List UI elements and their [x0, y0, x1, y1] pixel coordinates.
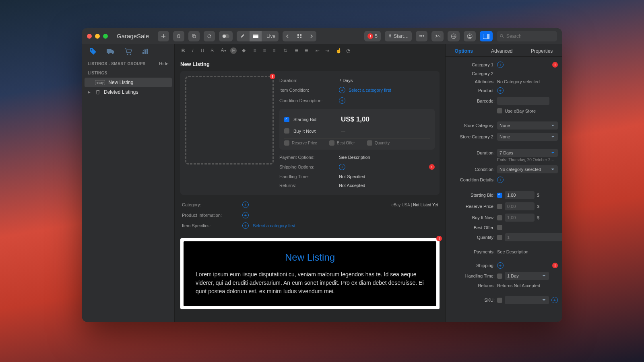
mode-segment[interactable]: Live: [237, 31, 279, 41]
store-cat-select[interactable]: None: [497, 121, 558, 130]
tab-options[interactable]: Options: [455, 48, 473, 54]
nav-back[interactable]: [283, 31, 292, 41]
minimize-window[interactable]: [95, 34, 100, 39]
starting-bid-input[interactable]: [505, 191, 535, 199]
globe-button[interactable]: [448, 31, 460, 41]
barcode-input[interactable]: [497, 97, 549, 105]
best-offer-checkbox[interactable]: [329, 140, 334, 146]
search-input[interactable]: [506, 33, 554, 39]
italic-button[interactable]: I: [190, 48, 196, 53]
duration-select[interactable]: 7 Days: [497, 149, 558, 157]
preview-mode[interactable]: [250, 31, 262, 41]
color-button[interactable]: ◆: [241, 47, 246, 54]
truck-icon[interactable]: [106, 48, 115, 55]
tab-advanced[interactable]: Advanced: [491, 48, 512, 54]
new-listing-button[interactable]: [158, 31, 169, 41]
nav-grid[interactable]: [294, 31, 305, 41]
line-height-button[interactable]: ⇅: [283, 48, 288, 53]
disclosure-icon[interactable]: ▶: [88, 90, 92, 94]
delete-button[interactable]: [173, 31, 184, 41]
sidebar-item-new-listing[interactable]: ebay New Listing: [85, 78, 172, 87]
image-button[interactable]: [431, 31, 444, 41]
outdent-button[interactable]: ⇤: [315, 48, 320, 53]
add-product-info-button[interactable]: +: [242, 212, 249, 218]
description-preview[interactable]: New Listing Lorem ipsum eum iisque dispu…: [184, 241, 436, 306]
add-product-button[interactable]: +: [497, 87, 504, 94]
insp-shipping-error-icon[interactable]: !: [552, 263, 558, 268]
refresh-button[interactable]: [204, 31, 215, 41]
align-center-button[interactable]: ≡: [262, 48, 267, 53]
nav-forward[interactable]: [307, 31, 316, 41]
list-ordered-button[interactable]: ≣: [294, 48, 299, 53]
report-icon[interactable]: [142, 48, 150, 55]
tab-properties[interactable]: Properties: [531, 48, 553, 54]
strike-button[interactable]: S: [209, 48, 215, 53]
inspector-toggle[interactable]: [480, 31, 493, 41]
live-mode[interactable]: Live: [263, 31, 279, 41]
add-item-specifics-button[interactable]: +: [242, 222, 249, 229]
edit-mode[interactable]: [237, 31, 248, 41]
clock-button[interactable]: ◔: [345, 48, 351, 53]
quantity-input[interactable]: [505, 233, 562, 241]
sidebar-item-deleted[interactable]: ▶ Deleted Listings: [82, 87, 174, 97]
insp-handling-checkbox[interactable]: [497, 274, 502, 279]
add-category-button[interactable]: +: [242, 202, 249, 208]
store-cat2-select[interactable]: None: [497, 133, 558, 141]
item-specifics-link[interactable]: Select a category first: [253, 223, 295, 228]
indent-button[interactable]: ⇥: [324, 48, 330, 53]
more-button[interactable]: •••: [416, 31, 427, 41]
image-dropzone[interactable]: [185, 76, 274, 165]
condition-select[interactable]: No category selected: [497, 165, 558, 173]
condition-link[interactable]: Select a category first: [349, 88, 391, 93]
font-family-button[interactable]: F: [230, 47, 237, 54]
bold-button[interactable]: B: [180, 48, 186, 53]
start-button[interactable]: Start…: [385, 31, 412, 41]
shipping-error-icon[interactable]: !: [429, 164, 435, 170]
sku-select[interactable]: [505, 296, 549, 304]
starting-bid-value[interactable]: US$ 1,00: [341, 115, 369, 123]
editor-scroll[interactable]: ! Duration:7 Days Item Condition:+Select…: [175, 71, 445, 322]
search-field[interactable]: [497, 31, 557, 41]
underline-button[interactable]: U: [200, 48, 205, 53]
pointer-button[interactable]: ☝: [336, 48, 341, 53]
category1-error-icon[interactable]: !: [552, 62, 558, 68]
insp-add-shipping-button[interactable]: +: [497, 262, 504, 269]
zoom-window[interactable]: [103, 34, 108, 39]
error-badge-icon[interactable]: !: [270, 74, 275, 79]
insp-starting-bid-checkbox[interactable]: [497, 193, 502, 198]
align-left-button[interactable]: ≡: [252, 48, 258, 53]
nav-segment[interactable]: [283, 31, 316, 41]
use-store-checkbox[interactable]: [497, 108, 502, 113]
add-sku-button[interactable]: +: [551, 297, 558, 303]
alerts-button[interactable]: ! 5: [364, 31, 381, 41]
bin-input[interactable]: [505, 214, 535, 222]
quantity-stepper[interactable]: ▲▼: [505, 233, 535, 241]
add-category1-button[interactable]: +: [497, 62, 504, 68]
quantity-checkbox[interactable]: [367, 140, 372, 146]
tag-icon[interactable]: [89, 47, 97, 56]
starting-bid-checkbox[interactable]: [284, 117, 289, 122]
cart-icon[interactable]: [124, 47, 133, 56]
reserve-price-checkbox[interactable]: [284, 140, 289, 146]
insp-best-offer-checkbox[interactable]: [497, 225, 502, 230]
hide-button[interactable]: Hide: [159, 61, 169, 66]
duplicate-button[interactable]: [188, 31, 200, 41]
font-size-button[interactable]: A▾: [221, 47, 226, 54]
buy-it-now-checkbox[interactable]: [284, 128, 289, 134]
reserve-price-input[interactable]: [505, 202, 535, 210]
add-condition-button[interactable]: +: [339, 87, 345, 93]
insp-sku-checkbox[interactable]: [497, 298, 502, 303]
insp-reserve-checkbox[interactable]: [497, 204, 502, 209]
insp-quantity-checkbox[interactable]: [497, 235, 502, 240]
add-condition-details-button[interactable]: +: [497, 177, 504, 183]
add-shipping-button[interactable]: +: [339, 164, 345, 170]
insp-bin-checkbox[interactable]: [497, 215, 502, 220]
list-unordered-button[interactable]: ≣: [303, 48, 309, 53]
add-condition-desc-button[interactable]: +: [339, 97, 345, 104]
align-right-button[interactable]: ≡: [271, 48, 277, 53]
preview-error-icon[interactable]: !: [436, 236, 442, 241]
account-button[interactable]: [464, 31, 476, 41]
listing-title[interactable]: New Listing: [175, 57, 445, 71]
toggle-button[interactable]: [219, 31, 233, 41]
close-window[interactable]: [87, 34, 92, 39]
